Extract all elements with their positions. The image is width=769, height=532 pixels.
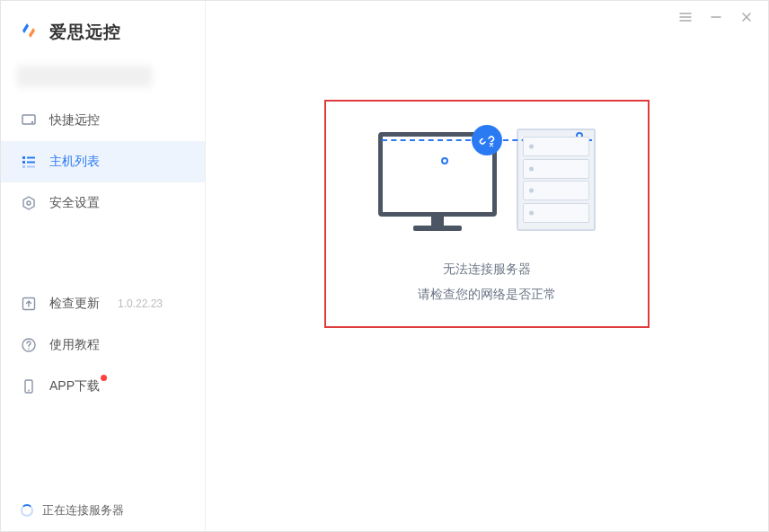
app-logo-icon [17,19,40,46]
user-info [1,58,205,94]
spinner-icon [21,504,33,517]
connection-illustration [344,129,630,231]
phone-icon [21,378,37,395]
gear-hex-icon [21,195,37,211]
sidebar-item-tutorial[interactable]: 使用教程 [1,324,205,366]
svg-rect-7 [27,166,35,168]
error-line2: 请检查您的网络是否正常 [418,281,556,306]
version-label: 1.0.22.23 [118,297,163,310]
minimize-icon[interactable] [709,10,723,24]
link-broken-icon [472,125,502,155]
error-line1: 无法连接服务器 [418,256,556,281]
svg-rect-3 [27,157,35,159]
sidebar-item-quick-control[interactable]: 快捷远控 [1,100,205,141]
sidebar-item-check-update[interactable]: 检查更新 1.0.22.23 [1,283,205,324]
server-graphic [517,129,596,231]
sidebar-item-label: 检查更新 [49,296,100,312]
main-area: 无法连接服务器 请检查您的网络是否正常 [206,1,768,531]
sidebar-item-label: 主机列表 [49,154,100,170]
sidebar-item-label: APP下载 [49,378,100,395]
close-icon[interactable] [739,10,754,24]
sidebar-item-label: 安全设置 [49,195,100,211]
monitor-icon [21,112,37,129]
status-bar: 正在连接服务器 [1,490,205,531]
sidebar-item-label: 快捷远控 [49,112,100,129]
user-blurred-placeholder [17,66,152,87]
sidebar: 爱思远控 快捷远控 主机列表 安全设置 [1,1,206,531]
list-icon [21,154,37,170]
svg-rect-6 [22,165,25,168]
app-title: 爱思远控 [49,21,121,44]
upload-icon [21,296,37,312]
sidebar-item-security[interactable]: 安全设置 [1,182,205,224]
svg-rect-2 [22,156,25,159]
sidebar-item-app-download[interactable]: APP下载 [1,366,205,407]
svg-point-8 [27,201,31,205]
error-panel: 无法连接服务器 请检查您的网络是否正常 [324,100,650,328]
menu-icon[interactable] [678,10,693,24]
status-label: 正在连接服务器 [42,502,124,519]
ring-left [441,157,448,164]
svg-rect-5 [27,162,35,164]
app-logo-row: 爱思远控 [1,1,205,58]
svg-rect-4 [22,161,25,164]
sidebar-item-host-list[interactable]: 主机列表 [1,141,205,182]
svg-point-13 [28,390,30,392]
sidebar-item-label: 使用教程 [49,337,100,353]
help-icon [21,337,37,353]
svg-point-1 [31,121,33,123]
svg-point-11 [28,348,30,350]
